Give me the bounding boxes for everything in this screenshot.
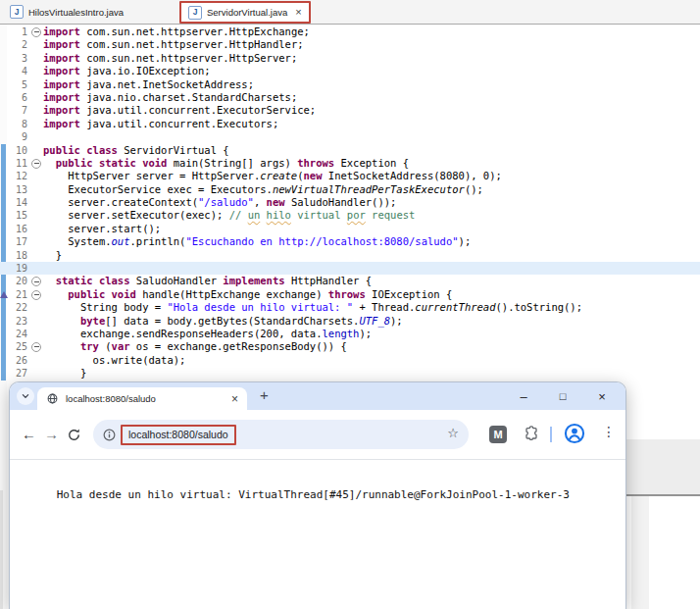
tab-search-button[interactable] (17, 387, 34, 405)
line-number[interactable]: 26 (0, 354, 29, 367)
code-line[interactable]: 18 } (0, 249, 700, 262)
line-number[interactable]: 21 (0, 288, 29, 301)
code-line[interactable]: 4import java.io.IOException; (0, 65, 700, 77)
line-number[interactable]: 1 (0, 25, 29, 38)
line-number[interactable]: 3 (0, 52, 29, 65)
code-line[interactable]: 8import java.util.concurrent.Executors; (0, 118, 700, 130)
code-line[interactable]: 2import com.sun.net.httpserver.HttpHandl… (0, 38, 700, 51)
fold-column (29, 38, 43, 51)
code-text: public void handle(HttpExchange exchange… (43, 288, 452, 301)
code-text: import java.util.concurrent.ExecutorServ… (43, 104, 316, 117)
code-line[interactable]: 10public class ServidorVirtual { (0, 144, 700, 157)
info-icon[interactable] (102, 428, 117, 442)
code-line[interactable]: 27 } (0, 367, 700, 380)
line-number[interactable]: 9 (0, 130, 29, 143)
code-line[interactable]: 7import java.util.concurrent.ExecutorSer… (0, 104, 700, 117)
back-button[interactable]: ← (22, 424, 36, 445)
code-line[interactable]: 21 public void handle(HttpExchange excha… (0, 288, 700, 301)
code-line[interactable]: 13 ExecutorService exec = Executors.newV… (0, 183, 700, 196)
code-line[interactable]: 11 public static void main(String[] args… (0, 157, 700, 170)
code-line[interactable]: 1import com.sun.net.httpserver.HttpExcha… (0, 25, 700, 38)
line-number[interactable]: 14 (0, 196, 29, 209)
code-line[interactable]: 3import com.sun.net.httpserver.HttpServe… (0, 52, 700, 65)
line-number[interactable]: 8 (0, 118, 29, 130)
reload-button[interactable] (67, 427, 81, 448)
tab-close-icon[interactable]: × (295, 7, 301, 18)
fold-column (29, 328, 43, 340)
fold-collapse-icon[interactable] (29, 157, 43, 170)
code-line[interactable]: 6import java.nio.charset.StandardCharset… (0, 91, 700, 104)
maximize-button[interactable]: □ (543, 390, 582, 402)
line-number[interactable]: 7 (0, 104, 29, 117)
code-line[interactable]: 23 byte[] data = body.getBytes(StandardC… (0, 315, 700, 328)
line-number[interactable]: 18 (0, 249, 29, 262)
line-number[interactable]: 20 (0, 275, 29, 287)
fold-column (29, 301, 43, 314)
browser-tab[interactable]: localhost:8080/saludo × (37, 387, 247, 410)
fold-column (29, 104, 43, 117)
new-tab-button[interactable]: + (260, 386, 269, 403)
code-text: import java.net.InetSocketAddress; (43, 78, 254, 91)
code-line[interactable]: 9 (0, 130, 700, 143)
url-text[interactable]: localhost:8080/saludo (121, 425, 236, 445)
line-number[interactable]: 24 (0, 328, 29, 340)
line-number[interactable]: 25 (0, 340, 29, 353)
code-line[interactable]: 5import java.net.InetSocketAddress; (0, 78, 700, 91)
profile-button[interactable] (564, 423, 585, 444)
code-line[interactable]: 12 HttpServer server = HttpServer.create… (0, 170, 700, 182)
chevron-down-icon (20, 390, 31, 402)
close-button[interactable]: × (582, 389, 622, 404)
line-number[interactable]: 15 (0, 209, 29, 222)
code-line[interactable]: 17 System.out.println("Escuchando en htt… (0, 235, 700, 248)
tab-servidorvirtual[interactable]: J ServidorVirtual.java × (179, 1, 311, 24)
fold-collapse-icon[interactable] (29, 340, 43, 353)
line-number[interactable]: 12 (0, 170, 29, 182)
fold-column (29, 170, 43, 182)
line-number[interactable]: 10 (0, 144, 29, 157)
line-number[interactable]: 6 (0, 91, 29, 104)
line-number[interactable]: 17 (0, 235, 29, 248)
code-lines: 1import com.sun.net.httpserver.HttpExcha… (0, 25, 700, 381)
line-number[interactable]: 23 (0, 315, 29, 328)
fold-collapse-icon[interactable] (29, 25, 43, 38)
extensions-icon[interactable] (524, 426, 539, 441)
fold-collapse-icon[interactable] (29, 275, 43, 287)
code-line[interactable]: 24 exchange.sendResponseHeaders(200, dat… (0, 328, 700, 340)
editor-tab-bar: J HilosVirtualesIntro.java J ServidorVir… (0, 0, 700, 25)
code-line[interactable]: 16 server.start(); (0, 223, 700, 235)
tab-label: HilosVirtualesIntro.java (28, 7, 124, 18)
line-number[interactable]: 22 (0, 301, 29, 314)
line-number[interactable]: 11 (0, 157, 29, 170)
desktop-artifact (0, 490, 3, 609)
line-number[interactable]: 5 (0, 78, 29, 91)
extension-m-badge[interactable]: M (489, 426, 507, 443)
line-number[interactable]: 13 (0, 183, 29, 196)
code-line[interactable]: 22 String body = "Hola desde un hilo vir… (0, 301, 700, 314)
bookmark-star-button[interactable]: ☆ (447, 426, 459, 440)
code-text: HttpServer server = HttpServer.create(ne… (43, 170, 502, 182)
line-number[interactable]: 27 (0, 367, 29, 380)
address-bar[interactable]: localhost:8080/saludo ☆ (93, 420, 469, 449)
menu-button[interactable]: ⋮ (602, 424, 616, 439)
line-number[interactable]: 19 (0, 262, 29, 275)
line-number[interactable]: 2 (0, 38, 29, 51)
code-line[interactable]: 14 server.createContext("/saludo", new S… (0, 196, 700, 209)
window-controls: – □ × (504, 382, 622, 410)
line-number[interactable]: 16 (0, 223, 29, 235)
avatar-icon (564, 423, 585, 444)
tab-close-icon[interactable]: × (231, 393, 238, 405)
forward-button[interactable]: → (44, 424, 59, 445)
code-line[interactable]: 19 (0, 262, 700, 275)
line-number[interactable]: 4 (0, 65, 29, 77)
page-content: Hola desde un hilo virtual: VirtualThrea… (10, 460, 625, 514)
code-line[interactable]: 20 static class SaludoHandler implements… (0, 275, 700, 287)
minimize-button[interactable]: – (504, 389, 543, 404)
fold-column (29, 235, 43, 248)
fold-collapse-icon[interactable] (29, 288, 43, 301)
code-line[interactable]: 25 try (var os = exchange.getResponseBod… (0, 340, 700, 353)
code-line[interactable]: 15 server.setExecutor(exec); // un hilo … (0, 209, 700, 222)
code-text: server.createContext("/saludo", new Salu… (43, 196, 396, 209)
code-line[interactable]: 26 os.write(data); (0, 354, 700, 367)
code-text: public static void main(String[] args) t… (43, 157, 409, 170)
tab-hilosvirtualesintro[interactable]: J HilosVirtualesIntro.java (3, 0, 130, 24)
